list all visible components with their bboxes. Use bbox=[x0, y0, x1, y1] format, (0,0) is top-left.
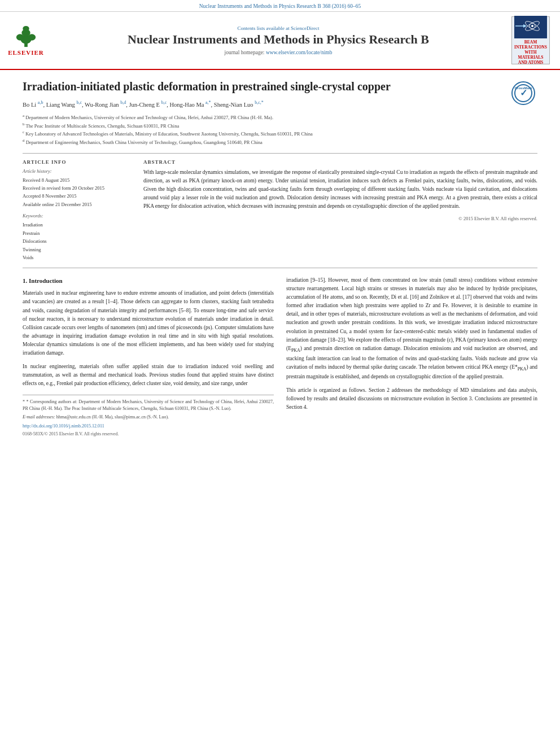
corresponding-note: * * Corresponding authors at: Department… bbox=[23, 399, 274, 412]
abstract-section: ABSTRACT With large-scale molecular dyna… bbox=[143, 159, 537, 262]
journal-title-block: Contents lists available at ScienceDirec… bbox=[51, 25, 506, 55]
article-info-column: ARTICLE INFO Article history: Received 8… bbox=[23, 159, 130, 262]
crossmark-badge[interactable]: ✓ CrossMark bbox=[509, 79, 537, 107]
section1-title: 1. Introduction bbox=[23, 276, 274, 286]
body-divider bbox=[23, 268, 537, 268]
keyword-item: Voids bbox=[23, 254, 130, 261]
copyright-line: © 2015 Elsevier B.V. All rights reserved… bbox=[143, 216, 537, 221]
article-dates: Received 8 August 2015 Received in revis… bbox=[23, 176, 130, 209]
top-bar: Nuclear Instruments and Methods in Physi… bbox=[0, 0, 560, 12]
body-para-1: Materials used in nuclear engineering ha… bbox=[23, 289, 274, 358]
svg-point-5 bbox=[23, 25, 29, 31]
history-label: Article history: bbox=[23, 168, 130, 174]
doi-line: http://dx.doi.org/10.1016/j.nimb.2015.12… bbox=[23, 423, 274, 430]
journal-citation: Nuclear Instruments and Methods in Physi… bbox=[199, 3, 361, 9]
elsevier-logo: ELSEVIER bbox=[7, 25, 45, 56]
corner-label: BEAM INTERACTIONS WITH MATERIALS AND ATO… bbox=[514, 40, 547, 65]
keyword-item: Irradiation bbox=[23, 221, 130, 229]
keyword-item: Dislocations bbox=[23, 237, 130, 245]
article-title: Irradiation-initiated plastic deformatio… bbox=[23, 79, 537, 94]
article-info-heading: ARTICLE INFO bbox=[23, 159, 130, 165]
info-abstract-columns: ARTICLE INFO Article history: Received 8… bbox=[23, 159, 537, 262]
authors-line: Bo Li a,b, Liang Wang b,c, Wu-Rong Jian … bbox=[23, 99, 537, 110]
elsevier-tree-icon bbox=[12, 25, 40, 48]
keywords-list: Irradiation Prestrain Dislocations Twinn… bbox=[23, 221, 130, 261]
journal-homepage: journal homepage: www.elsevier.com/locat… bbox=[51, 50, 506, 55]
journal-name: Nuclear Instruments and Methods in Physi… bbox=[51, 32, 506, 47]
main-content: Irradiation-initiated plastic deformatio… bbox=[0, 70, 560, 449]
body-para-3: irradiation [9–15]. However, most of the… bbox=[286, 276, 537, 382]
svg-text:CrossMark: CrossMark bbox=[514, 86, 532, 90]
keyword-item: Twinning bbox=[23, 246, 130, 254]
sciencedirect-line: Contents lists available at ScienceDirec… bbox=[51, 25, 506, 31]
keywords-section: Keywords: Irradiation Prestrain Dislocat… bbox=[23, 213, 130, 261]
section-divider bbox=[23, 153, 537, 154]
elsevier-label: ELSEVIER bbox=[8, 49, 44, 56]
body-para-2: In nuclear engineering, materials often … bbox=[23, 362, 274, 388]
body-left-column: 1. Introduction Materials used in nuclea… bbox=[23, 276, 274, 438]
body-right-column: irradiation [9–15]. However, most of the… bbox=[286, 276, 537, 438]
svg-point-9 bbox=[531, 25, 533, 27]
journal-header: ELSEVIER Contents lists available at Sci… bbox=[0, 12, 560, 70]
beam-diagram-icon bbox=[515, 18, 549, 34]
keywords-label: Keywords: bbox=[23, 213, 130, 219]
license-line: 0168-583X/© 2015 Elsevier B.V. All right… bbox=[23, 431, 274, 438]
abstract-heading: ABSTRACT bbox=[143, 159, 537, 165]
corner-journal-image: BEAM INTERACTIONS WITH MATERIALS AND ATO… bbox=[511, 16, 550, 64]
body-para-4: This article is organized as follows. Se… bbox=[286, 386, 537, 412]
email-note: E-mail addresses: hhma@ustc.edu.cn (H.-H… bbox=[23, 414, 274, 421]
abstract-text: With large-scale molecular dynamics simu… bbox=[143, 168, 537, 211]
affiliations: a Department of Modern Mechanics, Univer… bbox=[23, 113, 537, 146]
crossmark-icon: ✓ CrossMark bbox=[511, 81, 535, 105]
footnote-section: * * Corresponding authors at: Department… bbox=[23, 395, 274, 438]
body-columns: 1. Introduction Materials used in nuclea… bbox=[23, 276, 537, 438]
keyword-item: Prestrain bbox=[23, 229, 130, 237]
